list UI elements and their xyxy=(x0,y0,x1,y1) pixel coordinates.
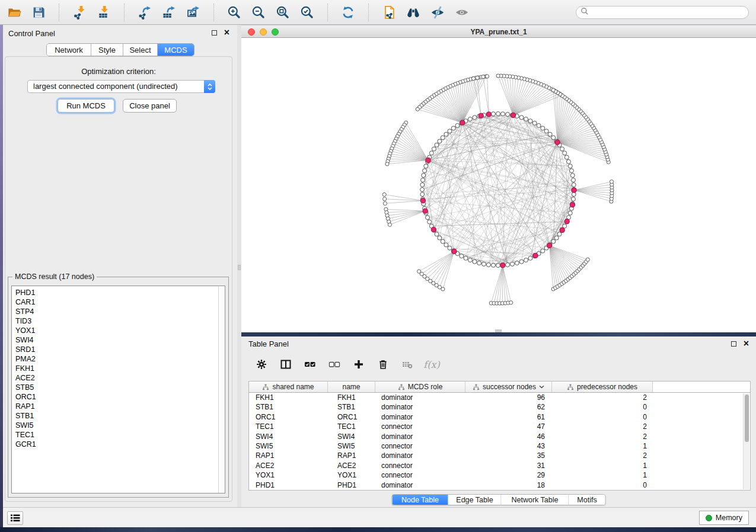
column-header-name[interactable]: name xyxy=(328,382,375,392)
table-row[interactable]: ACE2ACE2connector311 xyxy=(249,461,750,470)
tab-network[interactable]: Network xyxy=(47,44,91,56)
table-row[interactable]: SWI4SWI4dominator462 xyxy=(249,432,750,441)
table-row[interactable]: FKH1FKH1dominator962 xyxy=(249,393,750,402)
table-row[interactable]: PHD1PHD1dominator180 xyxy=(249,480,750,490)
result-node-item[interactable]: STB1 xyxy=(15,411,225,421)
run-mcds-button[interactable]: Run MCDS xyxy=(58,99,114,113)
memory-button[interactable]: Memory xyxy=(699,511,749,525)
result-node-item[interactable]: FKH1 xyxy=(15,364,225,373)
first-neighbors-button[interactable] xyxy=(405,4,422,21)
result-node-item[interactable]: ORC1 xyxy=(15,392,225,402)
cell: RAP1 xyxy=(328,451,375,460)
table-row[interactable]: RAP1RAP1dominator352 xyxy=(249,451,750,460)
close-panel-button[interactable]: Close panel xyxy=(123,99,177,113)
select-all-icon xyxy=(304,358,316,370)
toolbar-separator xyxy=(124,4,125,21)
column-header-successor-nodes[interactable]: successor nodes xyxy=(465,382,552,392)
tab-mcds[interactable]: MCDS xyxy=(158,44,194,56)
close-panel-icon[interactable]: × xyxy=(224,27,229,39)
export-image-button[interactable] xyxy=(185,4,202,21)
criterion-selected-value: largest connected component (undirected) xyxy=(33,81,178,92)
cell: connector xyxy=(375,422,465,431)
horizontal-splitter-handle[interactable] xyxy=(495,329,502,332)
cell: 46 xyxy=(465,432,552,441)
result-node-item[interactable]: RAP1 xyxy=(15,402,225,411)
splitter-handle-icon[interactable] xyxy=(238,265,241,270)
attribute-type-icon xyxy=(473,384,480,390)
table-row[interactable]: SWI5SWI5connector431 xyxy=(249,441,750,451)
result-node-item[interactable]: PMA2 xyxy=(15,354,225,364)
zoom-in-button[interactable] xyxy=(226,4,243,21)
result-node-item[interactable]: SRD1 xyxy=(15,345,225,354)
export-network-button[interactable] xyxy=(136,4,153,21)
network-graph[interactable] xyxy=(241,38,756,332)
result-node-item[interactable]: GCR1 xyxy=(15,440,225,449)
column-header-shared-name[interactable]: shared name xyxy=(249,382,328,392)
zoom-selected-region-button[interactable] xyxy=(299,4,315,21)
result-node-item[interactable]: TID3 xyxy=(15,316,225,326)
open-session-button[interactable] xyxy=(6,4,23,21)
select-all-button[interactable] xyxy=(303,357,317,372)
save-session-button[interactable] xyxy=(30,4,47,21)
search-box[interactable] xyxy=(576,6,749,19)
float-panel-icon[interactable] xyxy=(212,30,217,36)
close-table-panel-icon[interactable]: × xyxy=(744,338,749,350)
settings-button[interactable] xyxy=(254,357,269,372)
import-network-from-file-button[interactable] xyxy=(71,4,88,21)
tab-node-table[interactable]: Node Table xyxy=(393,495,449,505)
toolbar-separator xyxy=(368,4,369,21)
show-columns-button[interactable] xyxy=(279,357,293,372)
table-row[interactable]: ORC1ORC1dominator610 xyxy=(249,412,750,422)
hide-selected-button[interactable] xyxy=(429,4,446,21)
export-table-button[interactable] xyxy=(161,4,177,21)
column-header-MCDS-role[interactable]: MCDS role xyxy=(375,382,465,392)
tab-motifs[interactable]: Motifs xyxy=(569,495,605,505)
import-table-from-file-button[interactable] xyxy=(95,4,112,21)
column-header-predecessor-nodes[interactable]: predecessor nodes xyxy=(552,382,653,392)
new-network-from-selection-button[interactable] xyxy=(381,4,397,21)
criterion-select[interactable]: largest connected component (undirected) xyxy=(27,80,215,93)
import-table-from-file-icon xyxy=(97,5,111,20)
panel-selector-button[interactable] xyxy=(7,511,23,525)
result-node-item[interactable]: SWI4 xyxy=(15,335,225,345)
network-window-titlebar[interactable]: YPA_prune.txt_1 xyxy=(241,25,756,38)
cell: ACE2 xyxy=(328,461,375,470)
show-all-button[interactable] xyxy=(454,4,470,21)
zoom-out-button[interactable] xyxy=(250,4,267,21)
result-node-item[interactable]: PHD1 xyxy=(15,288,225,297)
zoom-fit-content-icon xyxy=(276,5,290,20)
scrollbar-thumb[interactable] xyxy=(745,395,749,442)
apply-preferred-layout-button[interactable] xyxy=(340,4,356,21)
table-scrollbar[interactable] xyxy=(743,393,749,489)
result-node-item[interactable]: STB5 xyxy=(15,383,225,392)
delete-rows-button[interactable] xyxy=(376,357,390,372)
tab-select[interactable]: Select xyxy=(123,44,158,56)
cell: ORC1 xyxy=(328,412,375,422)
network-canvas[interactable] xyxy=(241,38,756,332)
table-row[interactable]: TEC1TEC1connector472 xyxy=(249,422,750,431)
float-table-panel-icon[interactable] xyxy=(731,341,736,347)
cell: 96 xyxy=(465,393,552,402)
mcds-result-list[interactable]: PHD1CAR1STP4TID3YOX1SWI4SRD1PMA2FKH1ACE2… xyxy=(11,286,225,493)
deselect-all-button[interactable] xyxy=(327,357,342,372)
function-builder-icon: f(x) xyxy=(423,359,439,370)
result-node-item[interactable]: STP4 xyxy=(15,307,225,316)
network-window-title: YPA_prune.txt_1 xyxy=(241,28,756,36)
tab-style[interactable]: Style xyxy=(91,44,123,56)
result-node-item[interactable]: ACE2 xyxy=(15,373,225,383)
apply-preferred-layout-icon xyxy=(341,5,355,20)
table-row[interactable]: STB1STB1dominator620 xyxy=(249,402,750,412)
add-row-button[interactable] xyxy=(352,357,366,372)
table-row[interactable]: YOX1YOX1connector291 xyxy=(249,470,750,480)
vertical-splitter[interactable] xyxy=(237,25,241,507)
tab-network-table[interactable]: Network Table xyxy=(502,495,569,505)
cell: STB1 xyxy=(249,402,328,412)
tab-edge-table[interactable]: Edge Table xyxy=(449,495,502,505)
result-node-item[interactable]: TEC1 xyxy=(15,430,225,440)
zoom-fit-content-button[interactable] xyxy=(275,4,291,21)
result-node-item[interactable]: YOX1 xyxy=(15,326,225,335)
result-node-item[interactable]: CAR1 xyxy=(15,297,225,307)
result-node-item[interactable]: SWI5 xyxy=(15,421,225,430)
result-list-scrollbar[interactable] xyxy=(218,286,225,493)
search-input[interactable] xyxy=(592,7,748,18)
